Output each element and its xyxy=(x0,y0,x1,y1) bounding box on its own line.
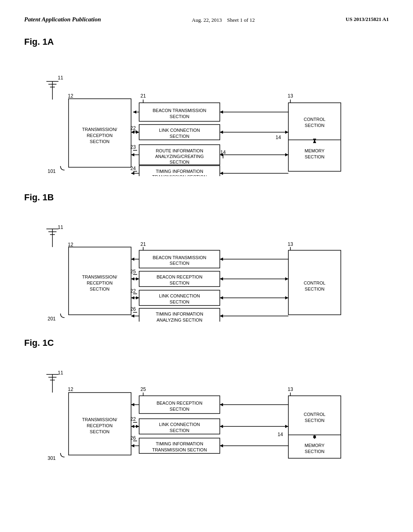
beacon-tx-text1: BEACON TRANSMISSION xyxy=(152,108,206,113)
ref-12: 12 xyxy=(68,93,73,99)
tx-rx-c1: TRANSMISSION/ xyxy=(82,417,118,422)
ref-26-c: 26 xyxy=(130,435,136,441)
link-conn-c1: LINK CONNECTION xyxy=(159,422,200,427)
fig-1b-label: Fig. 1B xyxy=(24,192,389,203)
ref-13-c: 13 xyxy=(288,387,293,392)
fig-1a-label: Fig. 1A xyxy=(24,37,389,47)
arrow-b-rx-left xyxy=(131,277,134,281)
arrow-b-rx-right-dir xyxy=(136,277,139,281)
tx-rx-c2: RECEPTION xyxy=(87,423,113,428)
link-conn-text1: LINK CONNECTION xyxy=(159,128,200,133)
ref-22-c: 22 xyxy=(130,416,136,422)
link-conn-b2: SECTION xyxy=(170,299,190,304)
fig-1b-svg: 11 12 TRANSMISSION/ RECEPTION SECTION 20… xyxy=(24,207,371,322)
arrow-beacon-left xyxy=(133,110,136,114)
arrow-route-left xyxy=(131,153,134,156)
arrow-link-left xyxy=(131,131,134,134)
route-text1: ROUTE INFORMATION xyxy=(156,148,203,153)
arrow-route-left2 xyxy=(285,153,288,156)
ref-23: 23 xyxy=(130,144,136,150)
control-b1: CONTROL xyxy=(304,281,325,285)
tx-rx-b2: RECEPTION xyxy=(87,281,113,285)
control-c2: SECTION xyxy=(305,418,325,423)
ref-12-b: 12 xyxy=(68,242,73,247)
memory-label1: MEMORY xyxy=(305,148,325,153)
arrow-link-right xyxy=(136,131,139,134)
ref-12-c: 12 xyxy=(68,387,73,392)
beacon-rx-c2: SECTION xyxy=(170,407,190,411)
arrow-b-beacon-left xyxy=(131,258,134,261)
tx-rx-label2: RECEPTION xyxy=(87,133,113,138)
arrow-c-link-left2 xyxy=(285,425,288,428)
arrow-beacon-right xyxy=(220,110,223,114)
sheet-info: Aug. 22, 2013 Sheet 1 of 12 xyxy=(192,16,255,25)
fig-1c-svg: 11 12 TRANSMISSION/ RECEPTION SECTION 30… xyxy=(24,352,371,461)
memory-label2: SECTION xyxy=(305,154,325,159)
timing-text2: TRANSMISSION SECTION xyxy=(152,175,207,176)
arrow-c-beacon-right xyxy=(220,403,223,406)
control-label1: CONTROL xyxy=(304,117,325,122)
ref-13-b: 13 xyxy=(288,241,293,247)
arrow-b-beacon-right xyxy=(220,258,223,261)
timing-tx-c2: TRANSMISSION SECTION xyxy=(152,447,207,452)
figure-1c: Fig. 1C 11 12 TRANSMISSION/ RECEPTION SE… xyxy=(24,338,389,461)
ref-22: 22 xyxy=(130,125,136,131)
beacon-tx-b1: BEACON TRANSMISSION xyxy=(152,255,206,260)
timing-analyze-b1: TIMING INFORMATION xyxy=(156,312,203,316)
publication-title: Patent Application Publication xyxy=(24,16,101,23)
arrow-link-left2 xyxy=(285,131,288,134)
arrow-b-link-right2 xyxy=(220,296,223,299)
fig-1c-label: Fig. 1C xyxy=(24,338,389,348)
ref-101: 101 xyxy=(48,168,56,174)
control-c1: CONTROL xyxy=(304,412,325,417)
ref-11-c: 11 xyxy=(58,370,63,376)
arrow-c-timing-right xyxy=(220,444,223,447)
timing-text1: TIMING INFORMATION xyxy=(156,169,203,174)
ref-11: 11 xyxy=(58,75,63,81)
timing-tx-c1: TIMING INFORMATION xyxy=(156,441,203,446)
link-conn-c2: SECTION xyxy=(170,428,190,433)
ref-24: 24 xyxy=(130,166,136,171)
arrow-c-link-left xyxy=(131,425,134,428)
ref-13: 13 xyxy=(288,93,293,99)
ref-11-b: 11 xyxy=(58,224,63,230)
tx-rx-b1: TRANSMISSION/ xyxy=(82,274,118,279)
beacon-tx-text2: SECTION xyxy=(170,114,190,119)
figure-1a: Fig. 1A 11 12 TRANSMISSION/ RECEPTION SE… xyxy=(24,37,389,176)
ref-14-c: 14 xyxy=(277,432,283,437)
ref-25: 25 xyxy=(130,269,136,274)
arrow-c-beacon-left xyxy=(131,403,134,406)
beacon-rx-c1: BEACON RECEPTION xyxy=(156,401,202,405)
arrow-b-link-left xyxy=(131,296,134,299)
beacon-rx-b2: SECTION xyxy=(170,281,190,285)
figure-1b: Fig. 1B 11 12 TRANSMISSION/ RECEPTION SE… xyxy=(24,192,389,322)
beacon-tx-b2: SECTION xyxy=(170,261,190,266)
ref-21: 21 xyxy=(140,93,146,99)
timing-analyze-b2: ANALYZING SECTION xyxy=(156,318,202,322)
arrow-b-timing-right xyxy=(220,314,223,318)
tx-rx-c3: SECTION xyxy=(90,429,110,434)
ref-22-b: 22 xyxy=(130,288,136,294)
route-text3: SECTION xyxy=(170,160,190,164)
ref-14: 14 xyxy=(275,135,281,140)
arrow-b-timing-left xyxy=(131,314,134,318)
page-header: Patent Application Publication Aug. 22, … xyxy=(24,16,389,25)
arrow-b-link-left2 xyxy=(285,296,288,299)
arrow-b-rx-left2 xyxy=(220,277,223,281)
ref-25-c: 25 xyxy=(140,387,146,392)
ref-26: 26 xyxy=(130,306,136,312)
route-text2: ANALYZING/CREATING xyxy=(155,154,204,159)
tx-rx-b3: SECTION xyxy=(90,287,110,291)
link-conn-text2: SECTION xyxy=(170,134,190,139)
tx-rx-label3: SECTION xyxy=(90,139,110,144)
arrow-b-rx-right xyxy=(285,277,288,281)
control-b2: SECTION xyxy=(305,287,325,291)
outer-box-13 xyxy=(288,103,341,171)
memory-c2: SECTION xyxy=(305,449,325,454)
arrow-c-link-right2 xyxy=(220,425,223,428)
arrow-b-link-right xyxy=(136,296,139,299)
beacon-rx-b1: BEACON RECEPTION xyxy=(156,274,202,279)
arrow-c-timing-left xyxy=(131,444,134,447)
arrow-link-right2 xyxy=(220,131,223,134)
ref-21-b: 21 xyxy=(140,241,146,247)
